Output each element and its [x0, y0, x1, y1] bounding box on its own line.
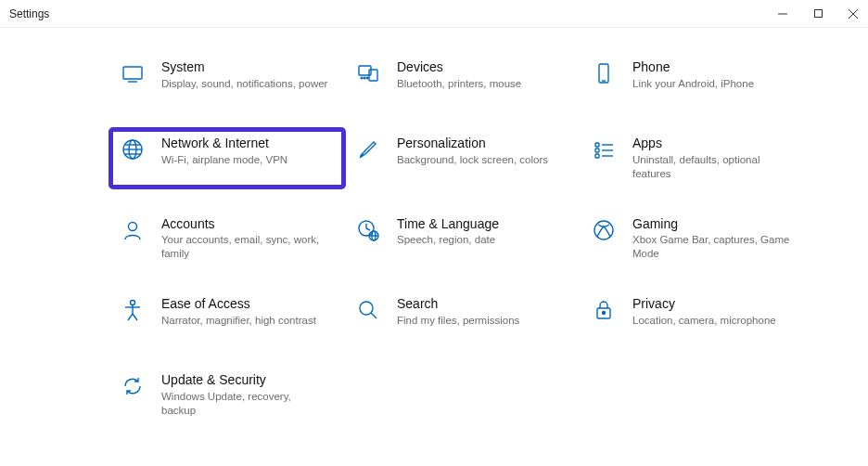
- svg-line-35: [128, 314, 133, 320]
- tile-desc: Display, sound, notifications, power: [161, 77, 327, 91]
- phone-icon: [590, 59, 618, 87]
- search-icon: [354, 296, 382, 324]
- tile-gaming[interactable]: Gaming Xbox Game Bar, captures, Game Mod…: [582, 211, 814, 267]
- svg-point-32: [131, 301, 135, 305]
- tile-name: Time & Language: [397, 216, 499, 232]
- svg-rect-20: [595, 154, 599, 158]
- update-icon: [119, 372, 147, 400]
- tile-text: Privacy Location, camera, microphone: [632, 296, 776, 328]
- tile-desc: Background, lock screen, colors: [397, 153, 548, 167]
- paintbrush-icon: [354, 136, 382, 163]
- accessibility-icon: [119, 296, 147, 324]
- tile-desc: Wi-Fi, airplane mode, VPN: [161, 153, 287, 167]
- person-icon: [119, 216, 147, 244]
- tile-phone[interactable]: Phone Link your Android, iPhone: [582, 54, 814, 106]
- window-controls: [773, 5, 868, 23]
- tile-name: System: [161, 59, 327, 75]
- svg-rect-4: [123, 67, 142, 79]
- svg-point-8: [361, 77, 363, 79]
- tile-desc: Find my files, permissions: [397, 314, 519, 328]
- window-title: Settings: [9, 7, 49, 20]
- tile-desc: Speech, region, date: [397, 233, 499, 247]
- tile-time-language[interactable]: Time & Language Speech, region, date: [347, 211, 579, 267]
- tile-text: Time & Language Speech, region, date: [397, 216, 499, 248]
- tile-apps[interactable]: Apps Uninstall, defaults, optional featu…: [582, 130, 814, 187]
- tile-text: Network & Internet Wi-Fi, airplane mode,…: [161, 136, 287, 167]
- tile-name: Update & Security: [161, 372, 328, 388]
- tile-name: Phone: [632, 59, 754, 75]
- tile-name: Ease of Access: [161, 296, 316, 312]
- system-icon: [119, 59, 147, 87]
- xbox-icon: [590, 216, 618, 244]
- tile-name: Network & Internet: [161, 136, 287, 151]
- titlebar: Settings: [0, 0, 868, 28]
- tile-name: Personalization: [397, 136, 548, 151]
- globe-icon: [119, 136, 147, 163]
- svg-rect-1: [814, 10, 822, 18]
- svg-point-24: [129, 222, 137, 230]
- tile-personalization[interactable]: Personalization Background, lock screen,…: [347, 130, 579, 187]
- tile-search[interactable]: Search Find my files, permissions: [347, 291, 579, 343]
- tile-update-security[interactable]: Update & Security Windows Update, recove…: [111, 367, 343, 423]
- svg-line-36: [133, 314, 137, 320]
- tile-privacy[interactable]: Privacy Location, camera, microphone: [582, 291, 814, 343]
- tile-name: Gaming: [632, 216, 799, 232]
- svg-point-9: [364, 77, 365, 79]
- svg-point-10: [366, 77, 368, 79]
- tile-desc: Windows Update, recovery, backup: [161, 390, 328, 418]
- tile-desc: Xbox Game Bar, captures, Game Mode: [632, 233, 799, 261]
- minimize-icon[interactable]: [773, 5, 792, 23]
- svg-point-40: [603, 312, 606, 315]
- svg-line-38: [371, 313, 377, 318]
- tile-desc: Narrator, magnifier, high contrast: [161, 314, 316, 328]
- tile-desc: Uninstall, defaults, optional features: [632, 153, 799, 181]
- settings-grid: System Display, sound, notifications, po…: [0, 28, 868, 423]
- tile-accounts[interactable]: Accounts Your accounts, email, sync, wor…: [111, 211, 343, 267]
- tile-name: Privacy: [632, 296, 776, 312]
- tile-text: Personalization Background, lock screen,…: [397, 136, 548, 167]
- tile-name: Devices: [397, 59, 521, 75]
- svg-rect-19: [595, 149, 599, 152]
- tile-text: Search Find my files, permissions: [397, 296, 519, 328]
- svg-rect-11: [599, 64, 608, 83]
- tile-text: Devices Bluetooth, printers, mouse: [397, 59, 521, 91]
- tile-desc: Location, camera, microphone: [632, 314, 776, 328]
- tile-system[interactable]: System Display, sound, notifications, po…: [111, 54, 343, 106]
- tile-text: System Display, sound, notifications, po…: [161, 59, 327, 91]
- tile-name: Search: [397, 296, 519, 312]
- tile-ease-of-access[interactable]: Ease of Access Narrator, magnifier, high…: [111, 291, 343, 343]
- tile-name: Apps: [632, 136, 799, 151]
- tile-network-internet[interactable]: Network & Internet Wi-Fi, airplane mode,…: [111, 130, 343, 187]
- tile-name: Accounts: [161, 216, 328, 232]
- lock-icon: [590, 296, 618, 324]
- tile-text: Ease of Access Narrator, magnifier, high…: [161, 296, 316, 328]
- svg-rect-18: [595, 143, 599, 147]
- tile-text: Apps Uninstall, defaults, optional featu…: [632, 136, 799, 181]
- devices-icon: [354, 59, 382, 87]
- tile-text: Gaming Xbox Game Bar, captures, Game Mod…: [632, 216, 799, 262]
- clock-globe-icon: [354, 216, 382, 244]
- close-icon[interactable]: [844, 5, 862, 23]
- tile-devices[interactable]: Devices Bluetooth, printers, mouse: [347, 54, 579, 106]
- apps-icon: [590, 136, 618, 163]
- maximize-icon[interactable]: [809, 5, 827, 23]
- svg-line-27: [366, 228, 370, 230]
- tile-text: Phone Link your Android, iPhone: [632, 59, 754, 91]
- svg-point-37: [360, 302, 373, 315]
- tile-text: Update & Security Windows Update, recove…: [161, 372, 328, 418]
- tile-desc: Link your Android, iPhone: [632, 77, 754, 91]
- tile-desc: Bluetooth, printers, mouse: [397, 77, 521, 91]
- tile-text: Accounts Your accounts, email, sync, wor…: [161, 216, 328, 262]
- tile-desc: Your accounts, email, sync, work, family: [161, 233, 328, 261]
